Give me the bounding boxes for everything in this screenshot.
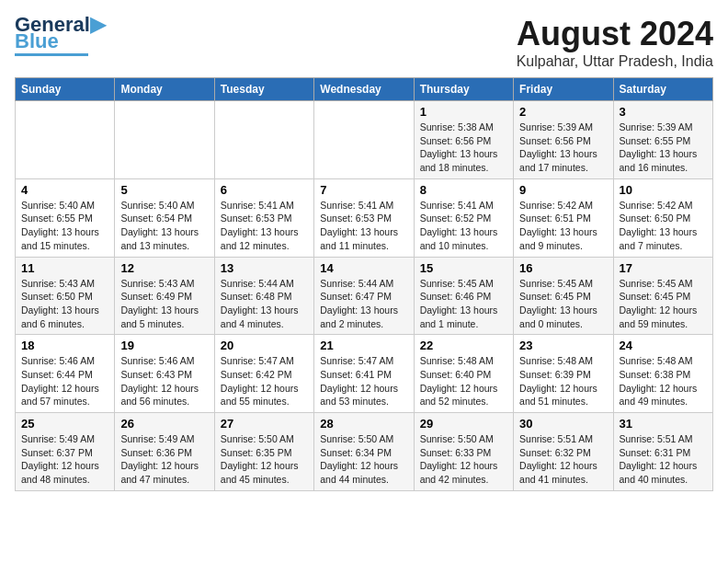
day-number: 16: [519, 261, 607, 275]
calendar-week-3: 11Sunrise: 5:43 AM Sunset: 6:50 PM Dayli…: [16, 257, 713, 335]
day-info: Sunrise: 5:38 AM Sunset: 6:56 PM Dayligh…: [420, 121, 507, 175]
day-number: 8: [420, 183, 507, 197]
day-info: Sunrise: 5:41 AM Sunset: 6:52 PM Dayligh…: [420, 199, 507, 253]
calendar-cell: 4Sunrise: 5:40 AM Sunset: 6:55 PM Daylig…: [16, 178, 115, 257]
day-info: Sunrise: 5:47 AM Sunset: 6:42 PM Dayligh…: [221, 354, 308, 408]
calendar-cell: 7Sunrise: 5:41 AM Sunset: 6:53 PM Daylig…: [314, 178, 414, 257]
calendar-cell: 25Sunrise: 5:49 AM Sunset: 6:37 PM Dayli…: [16, 413, 115, 491]
day-info: Sunrise: 5:50 AM Sunset: 6:33 PM Dayligh…: [420, 432, 507, 487]
logo: General▶ Blue: [15, 15, 106, 56]
weekday-header-thursday: Thursday: [414, 78, 513, 101]
day-number: 15: [420, 261, 507, 275]
logo-line: [15, 53, 88, 56]
day-info: Sunrise: 5:43 AM Sunset: 6:50 PM Dayligh…: [21, 277, 108, 331]
calendar-week-1: 1Sunrise: 5:38 AM Sunset: 6:56 PM Daylig…: [16, 101, 713, 179]
calendar-cell: 15Sunrise: 5:45 AM Sunset: 6:46 PM Dayli…: [414, 257, 513, 335]
calendar-cell: 18Sunrise: 5:46 AM Sunset: 6:44 PM Dayli…: [16, 335, 115, 413]
day-number: 6: [221, 183, 308, 197]
calendar-cell: [16, 101, 115, 179]
day-info: Sunrise: 5:41 AM Sunset: 6:53 PM Dayligh…: [221, 199, 308, 253]
calendar-cell: 11Sunrise: 5:43 AM Sunset: 6:50 PM Dayli…: [16, 257, 115, 335]
day-info: Sunrise: 5:42 AM Sunset: 6:51 PM Dayligh…: [519, 199, 607, 253]
calendar-cell: 10Sunrise: 5:42 AM Sunset: 6:50 PM Dayli…: [613, 178, 712, 257]
day-number: 2: [519, 105, 607, 119]
day-info: Sunrise: 5:48 AM Sunset: 6:40 PM Dayligh…: [420, 354, 507, 408]
day-number: 19: [120, 339, 208, 352]
day-number: 28: [320, 417, 407, 431]
calendar-cell: 12Sunrise: 5:43 AM Sunset: 6:49 PM Dayli…: [115, 257, 214, 335]
calendar-cell: 29Sunrise: 5:50 AM Sunset: 6:33 PM Dayli…: [414, 413, 513, 491]
day-number: 10: [620, 183, 707, 197]
day-info: Sunrise: 5:39 AM Sunset: 6:55 PM Dayligh…: [620, 121, 707, 175]
calendar-cell: [314, 101, 414, 179]
calendar-cell: 31Sunrise: 5:51 AM Sunset: 6:31 PM Dayli…: [613, 413, 712, 491]
day-number: 21: [320, 339, 407, 352]
day-info: Sunrise: 5:46 AM Sunset: 6:44 PM Dayligh…: [21, 354, 108, 408]
day-number: 17: [620, 261, 707, 275]
day-number: 5: [120, 183, 208, 197]
weekday-header-friday: Friday: [514, 78, 613, 101]
day-number: 25: [21, 417, 108, 431]
day-info: Sunrise: 5:51 AM Sunset: 6:31 PM Dayligh…: [620, 432, 707, 487]
calendar-cell: 13Sunrise: 5:44 AM Sunset: 6:48 PM Dayli…: [214, 257, 313, 335]
calendar-table: SundayMondayTuesdayWednesdayThursdayFrid…: [15, 77, 713, 491]
day-info: Sunrise: 5:50 AM Sunset: 6:35 PM Dayligh…: [221, 432, 308, 487]
day-number: 1: [420, 105, 507, 119]
calendar-body: 1Sunrise: 5:38 AM Sunset: 6:56 PM Daylig…: [16, 101, 713, 491]
calendar-week-5: 25Sunrise: 5:49 AM Sunset: 6:37 PM Dayli…: [16, 413, 713, 491]
weekday-header-monday: Monday: [115, 78, 214, 101]
day-number: 30: [519, 417, 607, 431]
day-number: 18: [21, 339, 108, 352]
day-number: 29: [420, 417, 507, 431]
calendar-cell: 14Sunrise: 5:44 AM Sunset: 6:47 PM Dayli…: [314, 257, 414, 335]
day-number: 13: [221, 261, 308, 275]
calendar-cell: 22Sunrise: 5:48 AM Sunset: 6:40 PM Dayli…: [414, 335, 513, 413]
weekday-header-saturday: Saturday: [613, 78, 712, 101]
day-number: 27: [221, 417, 308, 431]
title-area: August 2024 Kulpahar, Uttar Pradesh, Ind…: [517, 15, 713, 70]
header: General▶ Blue August 2024 Kulpahar, Utta…: [15, 15, 713, 70]
day-info: Sunrise: 5:48 AM Sunset: 6:39 PM Dayligh…: [519, 354, 607, 408]
weekday-header-sunday: Sunday: [16, 78, 115, 101]
day-info: Sunrise: 5:39 AM Sunset: 6:56 PM Dayligh…: [519, 121, 607, 175]
calendar-cell: 30Sunrise: 5:51 AM Sunset: 6:32 PM Dayli…: [514, 413, 613, 491]
day-number: 14: [320, 261, 407, 275]
calendar-cell: 21Sunrise: 5:47 AM Sunset: 6:41 PM Dayli…: [314, 335, 414, 413]
day-info: Sunrise: 5:47 AM Sunset: 6:41 PM Dayligh…: [320, 354, 407, 408]
day-info: Sunrise: 5:45 AM Sunset: 6:46 PM Dayligh…: [420, 277, 507, 331]
day-info: Sunrise: 5:45 AM Sunset: 6:45 PM Dayligh…: [519, 277, 607, 331]
calendar-week-4: 18Sunrise: 5:46 AM Sunset: 6:44 PM Dayli…: [16, 335, 713, 413]
calendar-cell: 2Sunrise: 5:39 AM Sunset: 6:56 PM Daylig…: [514, 101, 613, 179]
main-title: August 2024: [517, 15, 713, 53]
calendar-cell: 20Sunrise: 5:47 AM Sunset: 6:42 PM Dayli…: [214, 335, 313, 413]
day-number: 22: [420, 339, 507, 352]
calendar-cell: 3Sunrise: 5:39 AM Sunset: 6:55 PM Daylig…: [613, 101, 712, 179]
day-info: Sunrise: 5:40 AM Sunset: 6:55 PM Dayligh…: [21, 199, 108, 253]
calendar-cell: 19Sunrise: 5:46 AM Sunset: 6:43 PM Dayli…: [115, 335, 214, 413]
day-info: Sunrise: 5:40 AM Sunset: 6:54 PM Dayligh…: [120, 199, 208, 253]
day-info: Sunrise: 5:50 AM Sunset: 6:34 PM Dayligh…: [320, 432, 407, 487]
calendar-cell: [115, 101, 214, 179]
weekday-header-tuesday: Tuesday: [214, 78, 313, 101]
day-info: Sunrise: 5:48 AM Sunset: 6:38 PM Dayligh…: [620, 354, 707, 408]
calendar-cell: 8Sunrise: 5:41 AM Sunset: 6:52 PM Daylig…: [414, 178, 513, 257]
subtitle: Kulpahar, Uttar Pradesh, India: [517, 53, 713, 70]
calendar-cell: 28Sunrise: 5:50 AM Sunset: 6:34 PM Dayli…: [314, 413, 414, 491]
calendar-cell: 5Sunrise: 5:40 AM Sunset: 6:54 PM Daylig…: [115, 178, 214, 257]
day-info: Sunrise: 5:51 AM Sunset: 6:32 PM Dayligh…: [519, 432, 607, 487]
day-number: 11: [21, 261, 108, 275]
day-number: 26: [120, 417, 208, 431]
calendar-cell: 9Sunrise: 5:42 AM Sunset: 6:51 PM Daylig…: [514, 178, 613, 257]
day-number: 7: [320, 183, 407, 197]
day-info: Sunrise: 5:41 AM Sunset: 6:53 PM Dayligh…: [320, 199, 407, 253]
calendar-cell: 6Sunrise: 5:41 AM Sunset: 6:53 PM Daylig…: [214, 178, 313, 257]
day-number: 23: [519, 339, 607, 352]
weekday-header-row: SundayMondayTuesdayWednesdayThursdayFrid…: [16, 78, 713, 101]
day-number: 9: [519, 183, 607, 197]
day-info: Sunrise: 5:44 AM Sunset: 6:47 PM Dayligh…: [320, 277, 407, 331]
calendar-header: SundayMondayTuesdayWednesdayThursdayFrid…: [16, 78, 713, 101]
calendar-cell: 1Sunrise: 5:38 AM Sunset: 6:56 PM Daylig…: [414, 101, 513, 179]
day-info: Sunrise: 5:46 AM Sunset: 6:43 PM Dayligh…: [120, 354, 208, 408]
calendar-cell: 24Sunrise: 5:48 AM Sunset: 6:38 PM Dayli…: [613, 335, 712, 413]
day-number: 31: [620, 417, 707, 431]
